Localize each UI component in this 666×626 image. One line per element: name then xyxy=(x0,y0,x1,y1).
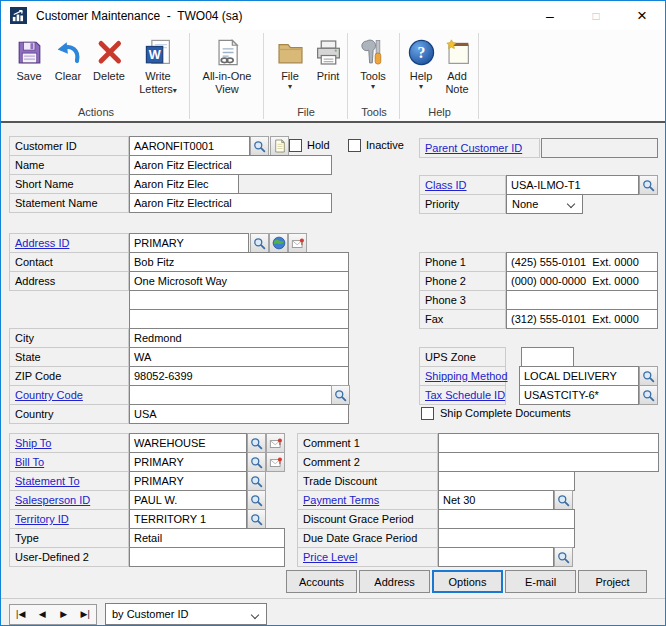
country-code-lookup-button[interactable] xyxy=(331,385,350,405)
price-level-field[interactable] xyxy=(438,547,554,567)
internet-info-button[interactable] xyxy=(288,233,307,253)
next-record-button[interactable]: ▶ xyxy=(53,605,75,624)
ups-zone-field[interactable] xyxy=(521,347,574,367)
ship-to-internet-info-button[interactable] xyxy=(266,433,285,453)
customer-id-field[interactable]: AARONFIT0001 xyxy=(129,136,250,156)
save-button[interactable]: Save xyxy=(11,38,47,83)
address-id-link[interactable]: Address ID xyxy=(9,233,129,253)
ship-to-lookup-button[interactable] xyxy=(247,433,266,453)
lookup-icon xyxy=(334,389,347,402)
trade-discount-field[interactable] xyxy=(438,471,575,491)
comment1-field[interactable] xyxy=(438,433,659,453)
short-name-field[interactable]: Aaron Fitz Elec xyxy=(129,174,239,194)
maximize-button[interactable]: □ xyxy=(573,1,619,30)
payment-terms-link[interactable]: Payment Terms xyxy=(297,490,438,510)
salesperson-lookup-button[interactable] xyxy=(247,490,266,510)
comment2-field[interactable] xyxy=(438,452,659,472)
file-menu-button[interactable]: File ▾ xyxy=(272,38,308,91)
class-id-link[interactable]: Class ID xyxy=(419,175,506,195)
due-date-grace-period-field[interactable] xyxy=(438,528,575,548)
close-button[interactable]: × xyxy=(619,1,665,30)
options-button[interactable]: Options xyxy=(432,570,503,593)
clear-button[interactable]: Clear xyxy=(50,38,86,83)
state-field[interactable]: WA xyxy=(129,347,349,367)
type-label: Type xyxy=(9,528,129,548)
tools-menu-button[interactable]: Tools ▾ xyxy=(355,38,391,91)
first-record-button[interactable]: |◀ xyxy=(10,605,32,624)
country-field[interactable]: USA xyxy=(129,404,349,424)
delete-button[interactable]: Delete xyxy=(90,38,128,83)
statement-name-field[interactable]: Aaron Fitz Electrical xyxy=(129,193,332,213)
territory-id-link[interactable]: Territory ID xyxy=(9,509,129,529)
customer-id-lookup-button[interactable] xyxy=(250,136,269,156)
sort-by-dropdown[interactable]: by Customer ID xyxy=(105,603,267,625)
name-field[interactable]: Aaron Fitz Electrical xyxy=(129,155,332,175)
payment-terms-field[interactable]: Net 30 xyxy=(438,490,554,510)
help-menu-button[interactable]: ? Help ▾ xyxy=(403,38,439,91)
previous-record-button[interactable]: ◀ xyxy=(32,605,54,624)
bill-to-internet-info-button[interactable] xyxy=(266,452,285,472)
discount-grace-period-field[interactable] xyxy=(438,509,575,529)
address-line1-field[interactable]: One Microsoft Way xyxy=(129,271,349,291)
statement-to-field[interactable]: PRIMARY xyxy=(129,471,247,491)
statement-to-lookup-button[interactable] xyxy=(247,471,266,491)
fax-field[interactable]: (312) 555-0101 Ext. 0000 xyxy=(506,309,658,329)
bill-to-lookup-button[interactable] xyxy=(247,452,266,472)
territory-id-field[interactable]: TERRITORY 1 xyxy=(129,509,247,529)
shipping-method-lookup-button[interactable] xyxy=(639,366,658,386)
minimize-button[interactable]: – xyxy=(527,1,573,30)
address-line2-field[interactable] xyxy=(129,290,349,310)
address-button[interactable]: Address xyxy=(359,570,430,593)
tax-schedule-lookup-button[interactable] xyxy=(639,385,658,405)
map-globe-button[interactable] xyxy=(269,233,288,253)
class-id-field[interactable]: USA-ILMO-T1 xyxy=(506,175,639,195)
print-button[interactable]: Print xyxy=(310,38,346,83)
zip-code-field[interactable]: 98052-6399 xyxy=(129,366,349,386)
ship-complete-documents-checkbox[interactable] xyxy=(421,407,434,420)
country-code-link[interactable]: Country Code xyxy=(9,385,129,405)
type-field[interactable]: Retail xyxy=(129,528,285,548)
user-defined-2-field[interactable] xyxy=(129,547,285,567)
country-code-field[interactable] xyxy=(129,385,332,405)
project-button[interactable]: Project xyxy=(578,570,647,593)
address-id-field[interactable]: PRIMARY xyxy=(129,233,249,253)
address-id-lookup-button[interactable] xyxy=(250,233,269,253)
ship-to-field[interactable]: WAREHOUSE xyxy=(129,433,247,453)
class-id-lookup-button[interactable] xyxy=(639,175,658,195)
parent-customer-id-field[interactable] xyxy=(541,138,658,158)
tax-schedule-id-link[interactable]: Tax Schedule ID xyxy=(419,385,506,405)
parent-customer-id-link[interactable]: Parent Customer ID xyxy=(419,138,540,158)
inactive-checkbox[interactable] xyxy=(348,139,361,152)
shipping-method-link[interactable]: Shipping Method xyxy=(419,366,506,386)
address-line3-field[interactable] xyxy=(129,309,349,329)
city-field[interactable]: Redmond xyxy=(129,328,349,348)
shipping-method-field[interactable]: LOCAL DELIVERY xyxy=(519,366,639,386)
accounts-button[interactable]: Accounts xyxy=(286,570,357,593)
territory-lookup-button[interactable] xyxy=(247,509,266,529)
ship-to-link[interactable]: Ship To xyxy=(9,433,129,453)
customer-note-button[interactable] xyxy=(270,136,289,156)
contact-field[interactable]: Bob Fitz xyxy=(129,252,349,272)
discount-grace-period-label: Discount Grace Period xyxy=(297,509,438,529)
price-level-link[interactable]: Price Level xyxy=(297,547,438,567)
lookup-icon xyxy=(250,475,263,488)
tax-schedule-id-field[interactable]: USASTCITY-6* xyxy=(519,385,639,405)
add-note-button[interactable]: Add Note xyxy=(438,38,476,96)
statement-to-link[interactable]: Statement To xyxy=(9,471,129,491)
phone3-field[interactable] xyxy=(506,290,658,310)
price-level-lookup-button[interactable] xyxy=(554,547,573,567)
all-in-one-view-button[interactable]: All-in-One View xyxy=(193,38,261,96)
last-record-button[interactable]: ▶| xyxy=(75,605,97,624)
phone2-field[interactable]: (000) 000-0000 Ext. 0000 xyxy=(506,271,658,291)
write-letters-button[interactable]: W Write Letters▾ xyxy=(130,38,186,97)
bill-to-field[interactable]: PRIMARY xyxy=(129,452,247,472)
salesperson-id-field[interactable]: PAUL W. xyxy=(129,490,247,510)
phone1-field[interactable]: (425) 555-0101 Ext. 0000 xyxy=(506,252,658,272)
hold-checkbox[interactable] xyxy=(289,139,302,152)
priority-dropdown[interactable]: None xyxy=(506,194,583,214)
toolbar-group-help: Help xyxy=(401,106,478,118)
payment-terms-lookup-button[interactable] xyxy=(554,490,573,510)
email-button[interactable]: E-mail xyxy=(505,570,576,593)
bill-to-link[interactable]: Bill To xyxy=(9,452,129,472)
salesperson-id-link[interactable]: Salesperson ID xyxy=(9,490,129,510)
